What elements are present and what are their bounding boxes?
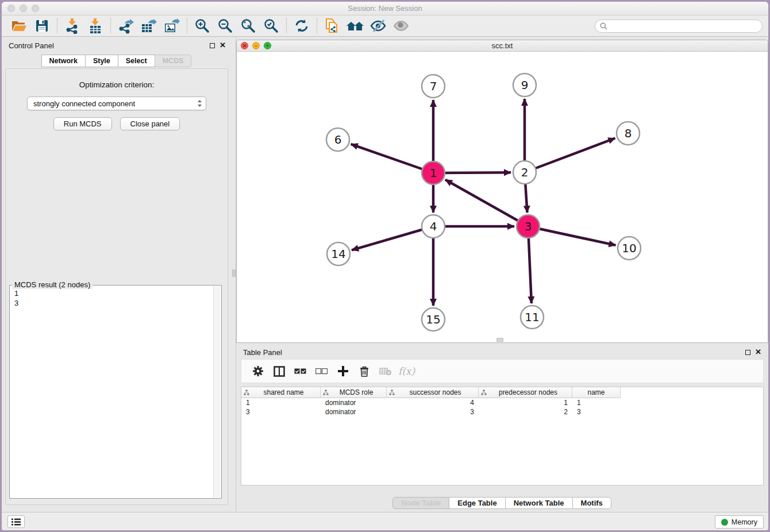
mcds-result-line: 1	[14, 288, 213, 298]
table-cell[interactable]: 1	[241, 398, 321, 407]
run-mcds-button[interactable]: Run MCDS	[53, 117, 112, 130]
node-table: shared nameMCDS rolesuccessor nodesprede…	[241, 387, 764, 485]
tab-mcds[interactable]: MCDS	[155, 55, 192, 67]
zoom-selected-button[interactable]	[260, 17, 283, 34]
column-header-MCDS-role[interactable]: MCDS role	[321, 387, 387, 398]
deselect-all-columns-button[interactable]	[311, 362, 332, 380]
column-header-successor-nodes[interactable]: successor nodes	[387, 387, 479, 398]
zoom-out-button[interactable]	[214, 17, 237, 34]
svg-text:1: 1	[430, 166, 437, 180]
close-panel-icon[interactable]: ✕	[220, 43, 226, 48]
tab-motifs[interactable]: Motifs	[572, 497, 611, 509]
hide-eye-icon	[370, 20, 386, 32]
result-scrollbar[interactable]	[213, 286, 221, 498]
delete-row-button[interactable]	[353, 362, 375, 380]
function-builder-button[interactable]: f(x)	[396, 362, 417, 380]
column-header-shared-name[interactable]: shared name	[241, 387, 321, 398]
mcds-result-list[interactable]: 13	[10, 286, 213, 498]
graph-node-3[interactable]: 3	[517, 215, 540, 238]
memory-button[interactable]: Memory	[715, 515, 764, 529]
graph-edge-2-8[interactable]	[525, 138, 615, 173]
table-cell[interactable]: 1	[479, 398, 572, 407]
workspace: ✕ − + scc.txt 7968124314101511	[236, 37, 768, 512]
window-zoom-button[interactable]	[32, 5, 39, 12]
graph-node-6[interactable]: 6	[326, 128, 349, 151]
graph-edge-3-10[interactable]	[528, 226, 616, 245]
tab-style[interactable]: Style	[85, 55, 118, 67]
tab-edge-table[interactable]: Edge Table	[449, 497, 505, 509]
graph-node-4[interactable]: 4	[422, 215, 445, 238]
trash-icon	[360, 366, 369, 377]
table-settings-button[interactable]	[247, 362, 268, 380]
select-all-columns-button[interactable]	[290, 362, 311, 380]
first-neighbors-button[interactable]	[344, 17, 367, 34]
export-image-button[interactable]	[160, 17, 183, 34]
hide-selected-button[interactable]	[367, 17, 390, 34]
export-table-button[interactable]	[137, 17, 160, 34]
save-session-button[interactable]	[30, 17, 53, 34]
refresh-layout-button[interactable]	[290, 17, 313, 34]
table-cell[interactable]: 1	[572, 398, 621, 407]
table-cell[interactable]: 3	[387, 407, 479, 417]
graph-node-1[interactable]: 1	[422, 161, 445, 184]
control-panel: Control Panel ✕ NetworkStyleSelectMCDS O…	[2, 37, 232, 512]
graph-edge-4-14[interactable]	[352, 226, 433, 250]
graph-edge-3-1[interactable]	[445, 180, 528, 226]
table-cell[interactable]: 2	[479, 407, 572, 417]
table-panel: Table Panel ✕	[236, 344, 768, 512]
graph-node-11[interactable]: 11	[521, 306, 544, 329]
zoom-in-button[interactable]	[191, 17, 214, 34]
table-body: 1dominator4113dominator323	[241, 398, 763, 417]
graph-node-14[interactable]: 14	[327, 242, 350, 265]
table-row[interactable]: 3dominator323	[241, 407, 763, 417]
canvas-resize-handle[interactable]	[496, 338, 503, 342]
task-history-button[interactable]	[7, 515, 25, 528]
open-session-button[interactable]	[7, 17, 30, 34]
graph-edge-1-6[interactable]	[351, 144, 433, 173]
graph-node-15[interactable]: 15	[422, 308, 445, 331]
splitter-handle[interactable]	[232, 269, 236, 277]
close-table-panel-icon[interactable]: ✕	[755, 349, 761, 355]
clone-network-button[interactable]	[321, 17, 344, 34]
add-row-button[interactable]	[332, 362, 353, 380]
tab-node-table[interactable]: Node Table	[392, 497, 449, 509]
graph-node-7[interactable]: 7	[422, 75, 445, 98]
column-header-predecessor-nodes[interactable]: predecessor nodes	[479, 387, 572, 398]
graph-node-2[interactable]: 2	[513, 161, 536, 184]
window-minimize-button[interactable]	[20, 5, 27, 12]
delete-table-button[interactable]	[375, 362, 396, 380]
close-panel-button[interactable]: Close panel	[120, 117, 180, 130]
show-columns-button[interactable]	[268, 362, 290, 380]
table-cell[interactable]: dominator	[321, 407, 387, 417]
network-minimize-button[interactable]: −	[252, 42, 260, 49]
vertical-splitter[interactable]	[232, 37, 236, 512]
tab-select[interactable]: Select	[118, 55, 155, 67]
import-table-button[interactable]	[84, 17, 107, 34]
column-header-name[interactable]: name	[572, 387, 621, 398]
show-eye-icon	[393, 20, 409, 32]
graph-node-8[interactable]: 8	[617, 122, 640, 145]
show-all-button[interactable]	[390, 17, 413, 34]
tab-network[interactable]: Network	[41, 55, 86, 67]
float-table-panel-icon[interactable]	[745, 350, 750, 355]
network-zoom-button[interactable]: +	[264, 42, 271, 49]
criterion-select[interactable]: strongly connected component	[27, 97, 206, 110]
network-window-title: scc.txt	[237, 40, 768, 51]
tab-network-table[interactable]: Network Table	[505, 497, 573, 509]
network-canvas[interactable]: 7968124314101511	[237, 52, 768, 342]
graph-node-10[interactable]: 10	[618, 237, 641, 260]
search-box[interactable]	[595, 20, 763, 33]
search-input[interactable]	[610, 22, 757, 30]
table-cell[interactable]: 3	[241, 407, 321, 417]
float-window-icon[interactable]	[210, 43, 215, 48]
table-row[interactable]: 1dominator411	[241, 398, 763, 407]
graph-node-9[interactable]: 9	[513, 74, 536, 97]
table-cell[interactable]: 4	[387, 398, 479, 407]
table-cell[interactable]: dominator	[321, 398, 387, 407]
network-close-button[interactable]: ✕	[241, 42, 248, 49]
window-close-button[interactable]	[7, 5, 15, 12]
export-network-button[interactable]	[114, 17, 137, 34]
import-network-button[interactable]	[61, 17, 84, 34]
table-cell[interactable]: 3	[572, 407, 621, 417]
zoom-fit-button[interactable]	[237, 17, 260, 34]
